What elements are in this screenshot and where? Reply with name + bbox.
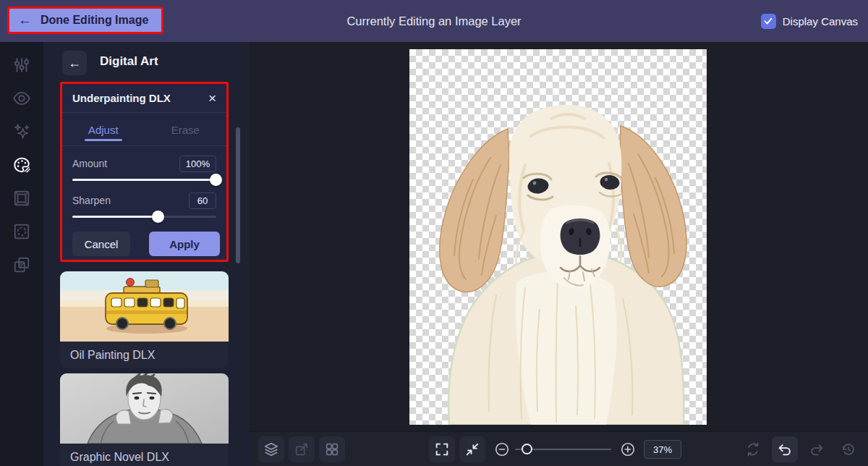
- undo-icon[interactable]: [772, 436, 798, 462]
- tab-erase[interactable]: Erase: [145, 114, 227, 145]
- effect-card-oil-painting[interactable]: Oil Painting DLX: [60, 271, 229, 368]
- cancel-button[interactable]: Cancel: [72, 232, 130, 256]
- overlays-icon[interactable]: [12, 255, 32, 275]
- zoom-out-icon[interactable]: [489, 436, 515, 462]
- back-arrow-icon: ←: [68, 56, 81, 71]
- effect-label: Graphic Novel DLX: [60, 444, 229, 466]
- panel-title: Digital Art: [100, 54, 158, 69]
- eye-icon[interactable]: [12, 88, 32, 109]
- image-canvas[interactable]: [409, 49, 707, 425]
- sharpen-value[interactable]: 60: [189, 192, 216, 209]
- effect-label: Oil Painting DLX: [60, 342, 229, 368]
- slider-handle[interactable]: [152, 211, 164, 223]
- transform-icon[interactable]: [289, 436, 315, 462]
- zoom-percentage[interactable]: 37%: [644, 440, 681, 459]
- popup-tabs: Adjust Erase: [62, 114, 226, 146]
- sharpen-slider[interactable]: [72, 211, 216, 222]
- history-icon[interactable]: [835, 436, 861, 462]
- top-bar: ← Done Editing Image Currently Editing a…: [0, 0, 868, 42]
- puppy-image-layer: [409, 49, 707, 425]
- sync-icon[interactable]: [740, 436, 766, 462]
- zoom-in-icon[interactable]: [615, 436, 641, 462]
- checkbox-checked-icon[interactable]: [761, 14, 776, 29]
- adjust-sliders-icon[interactable]: [12, 55, 32, 75]
- slider-handle[interactable]: [210, 174, 222, 186]
- oil-painting-thumbnail: [60, 271, 229, 342]
- zoom-slider-handle[interactable]: [522, 444, 532, 454]
- texture-icon[interactable]: [12, 221, 32, 242]
- amount-label: Amount: [72, 158, 107, 169]
- done-editing-button[interactable]: ← Done Editing Image: [7, 7, 163, 34]
- popup-title-row: Underpainting DLX ×: [62, 84, 226, 113]
- display-canvas-label: Display Canvas: [783, 15, 858, 27]
- close-icon[interactable]: ×: [208, 91, 216, 105]
- tab-adjust[interactable]: Adjust: [62, 114, 145, 145]
- back-arrow-icon: ←: [18, 12, 32, 28]
- fit-screen-icon[interactable]: [459, 436, 485, 462]
- layers-icon[interactable]: [258, 436, 284, 462]
- apply-button[interactable]: Apply: [149, 232, 220, 256]
- image-editor-app: ← Done Editing Image Currently Editing a…: [0, 0, 868, 466]
- zoom-slider[interactable]: [515, 449, 611, 450]
- palette-icon[interactable]: [12, 155, 32, 175]
- panel-back-button[interactable]: ←: [62, 51, 87, 75]
- sparkles-icon[interactable]: [12, 122, 32, 142]
- amount-row: Amount 100%: [72, 154, 216, 173]
- fullscreen-icon[interactable]: [429, 436, 455, 462]
- popup-title: Underpainting DLX: [72, 92, 171, 104]
- slider-fill: [72, 216, 158, 218]
- display-canvas-toggle[interactable]: Display Canvas: [761, 0, 858, 42]
- graphic-novel-thumbnail: [60, 373, 229, 444]
- effect-card-graphic-novel[interactable]: Graphic Novel DLX: [60, 373, 229, 466]
- tool-rail: [0, 42, 43, 466]
- panel-scrollbar[interactable]: [236, 127, 240, 263]
- amount-slider[interactable]: [72, 174, 216, 185]
- digital-art-panel: ← Digital Art Underpainting DLX × Adjust…: [43, 42, 250, 466]
- amount-value[interactable]: 100%: [179, 156, 216, 172]
- sharpen-label: Sharpen: [72, 195, 111, 206]
- bottom-toolbar: 37%: [250, 431, 868, 466]
- redo-icon[interactable]: [804, 436, 830, 462]
- frame-icon[interactable]: [12, 188, 32, 208]
- panel-header: ← Digital Art: [43, 42, 250, 84]
- sharpen-row: Sharpen 60: [72, 191, 216, 210]
- underpainting-popup: Underpainting DLX × Adjust Erase Amount …: [60, 82, 229, 262]
- grid-view-icon[interactable]: [319, 436, 345, 462]
- done-editing-label: Done Editing Image: [41, 14, 148, 27]
- slider-fill: [72, 179, 216, 181]
